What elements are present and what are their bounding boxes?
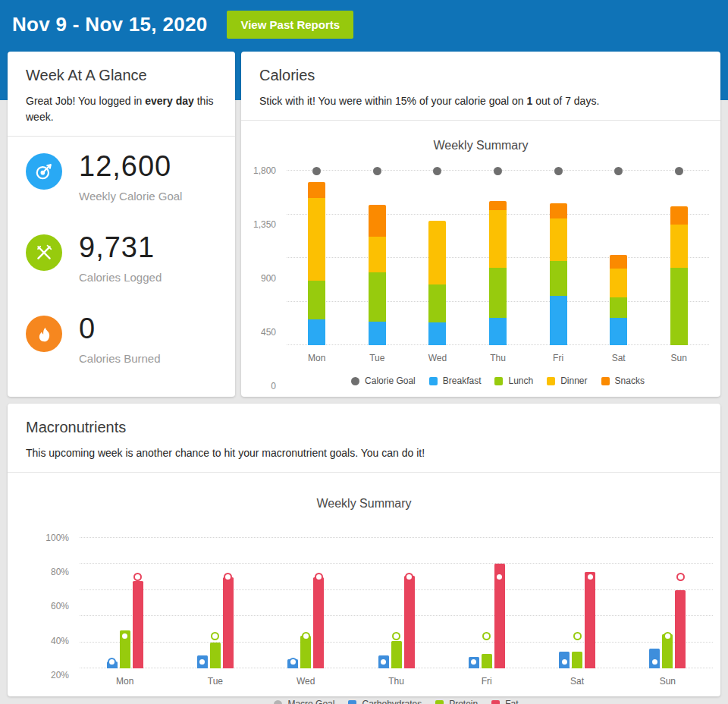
calorie-goal-dot-fri	[554, 167, 563, 175]
bar-segment-lunch-tue	[369, 272, 386, 322]
y-axis: 04509001,3501,800	[241, 171, 287, 386]
subtitle-text: Stick with it! You were within 15% of yo…	[259, 95, 527, 107]
card-subtitle: Stick with it! You were within 15% of yo…	[259, 93, 702, 109]
macros-weekly-summary-chart: Weekly Summary 0%20%40%60%80%100% MonTue…	[8, 497, 720, 704]
macro-goal-marker-protein-mon	[121, 632, 129, 640]
bar-protein-thu	[391, 641, 402, 668]
utensils-icon	[26, 234, 62, 271]
legend-marker	[429, 377, 438, 385]
legend-item-protein: Protein	[435, 699, 478, 704]
legend-item-calorie-goal: Calorie Goal	[351, 376, 416, 386]
subtitle-text: out of 7 days.	[532, 95, 599, 107]
view-past-reports-button[interactable]: View Past Reports	[227, 11, 353, 39]
legend-marker	[494, 377, 503, 385]
gridline	[80, 563, 713, 564]
calorie-goal-dot-sat	[614, 167, 623, 175]
bar-segment-lunch-fri	[550, 261, 567, 297]
stat-weekly-calorie-goal: 12,600 Weekly Calorie Goal	[26, 152, 217, 203]
x-axis-label-tue: Tue	[208, 676, 223, 687]
bar-segment-breakfast-tue	[369, 322, 386, 345]
bar-fat-thu	[404, 576, 415, 668]
calorie-goal-dot-wed	[433, 167, 441, 175]
top-bar: Nov 9 - Nov 15, 2020 View Past Reports	[0, 0, 728, 49]
legend-label: Macro Goal	[287, 699, 334, 704]
y-axis-label: 80%	[51, 567, 69, 577]
calorie-goal-dot-thu	[494, 167, 502, 175]
card-title: Week At A Glance	[26, 67, 217, 84]
bar-segment-lunch-thu	[489, 268, 507, 318]
bar-segment-snacks-mon	[308, 182, 325, 198]
card-subtitle: Great Job! You logged in every day this …	[26, 93, 217, 125]
bar-segment-dinner-wed	[428, 221, 446, 284]
x-axis-label-thu: Thu	[490, 353, 506, 363]
legend-item-fat: Fat	[491, 699, 518, 704]
legend-marker	[491, 700, 500, 704]
y-axis-label: 20%	[51, 670, 69, 680]
legend-label: Protein	[449, 699, 478, 704]
legend-label: Snacks	[615, 376, 645, 386]
gridline	[80, 589, 713, 590]
legend-marker	[435, 700, 444, 704]
legend-item-snacks: Snacks	[601, 376, 645, 386]
bar-segment-lunch-wed	[428, 284, 446, 322]
macro-goal-marker-carbohydrates-thu	[379, 658, 388, 666]
card-title: Calories	[259, 67, 702, 84]
bar-segment-lunch-sun	[670, 268, 688, 345]
calorie-goal-dot-mon	[312, 167, 321, 175]
bar-segment-snacks-sun	[670, 206, 688, 225]
bar-segment-dinner-thu	[489, 210, 507, 268]
x-axis-label-sun: Sun	[671, 353, 687, 363]
legend-item-lunch: Lunch	[494, 376, 533, 386]
bar-fat-mon	[133, 581, 143, 668]
legend-item-macro-goal: Macro Goal	[274, 699, 334, 704]
y-axis-label: 0	[271, 381, 276, 391]
bar-segment-snacks-sat	[610, 255, 627, 269]
legend-marker	[547, 377, 555, 385]
macro-goal-marker-protein-tue	[211, 632, 219, 640]
x-axis-label-mon: Mon	[116, 676, 133, 687]
legend-item-dinner: Dinner	[547, 376, 587, 386]
bar-protein-tue	[210, 643, 221, 668]
macro-goal-marker-fat-mon	[133, 573, 142, 581]
legend-item-breakfast: Breakfast	[429, 376, 482, 386]
bar-segment-dinner-sun	[670, 225, 688, 269]
bar-segment-breakfast-fri	[550, 296, 567, 345]
x-axis: MonTueWedThuFriSatSun	[80, 673, 713, 690]
stats-list: 12,600 Weekly Calorie Goal	[8, 137, 235, 365]
legend-label: Carbohydrates	[362, 699, 422, 704]
legend-marker	[351, 377, 359, 385]
stat-value: 0	[79, 314, 161, 344]
y-axis-label: 100%	[46, 533, 69, 543]
x-axis: MonTueWedThuFriSatSun	[287, 350, 709, 366]
bar-segment-snacks-tue	[369, 205, 386, 237]
x-axis-label-sat: Sat	[570, 676, 584, 687]
y-axis-label: 1,800	[253, 165, 276, 176]
divider	[241, 120, 720, 121]
y-axis-label: 1,350	[253, 219, 276, 230]
bar-segment-dinner-fri	[550, 218, 567, 261]
legend-label: Dinner	[560, 376, 587, 386]
bar-protein-fri	[482, 654, 492, 668]
macro-goal-marker-protein-sun	[664, 632, 672, 640]
stat-label: Calories Logged	[79, 271, 162, 284]
calories-card: Calories Stick with it! You were within …	[241, 52, 720, 397]
macronutrients-card: Macronutrients This upcoming week is ano…	[8, 404, 720, 696]
chart-legend: Calorie GoalBreakfastLunchDinnerSnacks	[287, 376, 709, 386]
macro-goal-marker-carbohydrates-sun	[651, 658, 659, 666]
calories-weekly-summary-chart: Weekly Summary 04509001,3501,800 MonTueW…	[241, 139, 720, 386]
legend-label: Calorie Goal	[365, 376, 416, 386]
y-axis: 0%20%40%60%80%100%	[8, 538, 80, 704]
x-axis-label-fri: Fri	[482, 676, 492, 687]
card-title: Macronutrients	[26, 419, 702, 436]
y-axis-label: 900	[261, 273, 276, 284]
chart-title: Weekly Summary	[8, 497, 720, 511]
calorie-goal-dot-tue	[373, 167, 381, 175]
bar-segment-lunch-sat	[610, 297, 627, 318]
stat-calories-burned: 0 Calories Burned	[26, 314, 217, 365]
stacked-bar-sat	[610, 255, 627, 345]
stacked-bar-thu	[489, 201, 507, 345]
bar-protein-wed	[300, 636, 311, 668]
legend-marker	[274, 700, 282, 704]
bar-protein-sat	[572, 652, 582, 668]
y-axis-label: 450	[261, 327, 276, 338]
